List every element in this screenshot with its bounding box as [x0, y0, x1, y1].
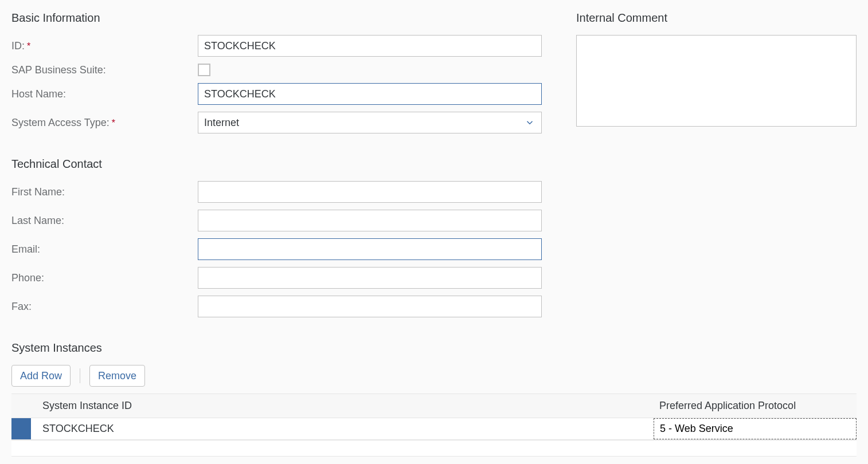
phone-input[interactable] [198, 267, 542, 289]
system-instances-title: System Instances [11, 341, 857, 355]
table-empty-area [11, 440, 857, 456]
cell-instance-id[interactable]: STOCKCHECK [31, 418, 654, 439]
host-name-label: Host Name: [11, 88, 198, 100]
last-name-label: Last Name: [11, 215, 198, 227]
table-header-selector [11, 394, 31, 418]
system-access-type-value[interactable] [198, 112, 542, 133]
email-label: Email: [11, 243, 198, 255]
internal-comment-textarea[interactable] [576, 35, 857, 127]
system-access-type-label: System Access Type:* [11, 117, 198, 129]
email-input[interactable] [198, 238, 542, 260]
add-row-button[interactable]: Add Row [11, 365, 71, 387]
last-name-input[interactable] [198, 210, 542, 231]
system-access-type-select[interactable] [198, 112, 542, 133]
fax-label: Fax: [11, 301, 198, 313]
id-input[interactable] [198, 35, 542, 57]
technical-contact-title: Technical Contact [11, 158, 553, 171]
required-asterisk-icon: * [27, 41, 30, 51]
table-header-protocol[interactable]: Preferred Application Protocol [654, 394, 857, 418]
id-label: ID:* [11, 40, 198, 52]
fax-input[interactable] [198, 296, 542, 317]
toolbar-separator [80, 368, 80, 383]
required-asterisk-icon: * [112, 118, 115, 128]
system-instances-table: System Instance ID Preferred Application… [11, 394, 857, 457]
first-name-input[interactable] [198, 181, 542, 203]
internal-comment-title: Internal Comment [576, 11, 857, 25]
sap-business-suite-checkbox[interactable] [198, 64, 210, 76]
table-header-instance-id[interactable]: System Instance ID [31, 394, 654, 418]
sap-business-suite-label: SAP Business Suite: [11, 64, 198, 76]
remove-button[interactable]: Remove [89, 365, 145, 387]
row-selector[interactable] [11, 418, 31, 439]
host-name-input[interactable] [198, 83, 542, 105]
table-row[interactable]: STOCKCHECK [11, 418, 857, 440]
first-name-label: First Name: [11, 186, 198, 198]
cell-protocol-input[interactable] [654, 418, 857, 439]
phone-label: Phone: [11, 272, 198, 284]
basic-information-title: Basic Information [11, 11, 553, 25]
